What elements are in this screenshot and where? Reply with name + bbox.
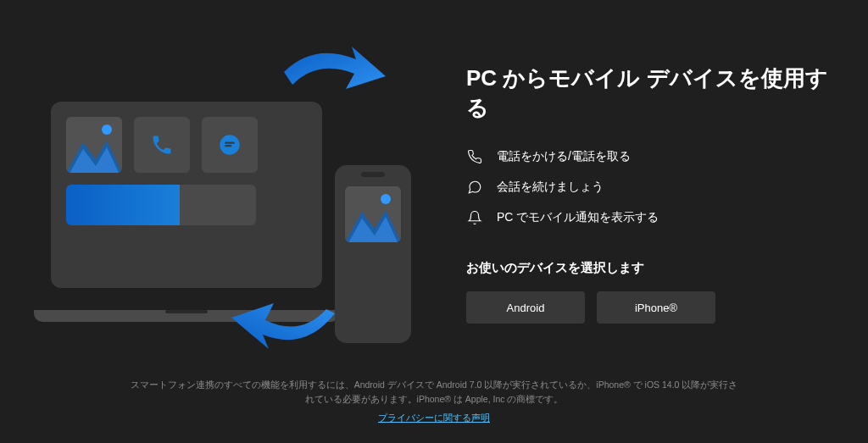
phone-graphic	[335, 165, 411, 343]
footer-requirements-text: スマートフォン連携のすべての機能を利用するには、Android デバイスで An…	[131, 379, 738, 404]
footer: スマートフォン連携のすべての機能を利用するには、Android デバイスで An…	[0, 378, 868, 426]
sync-arrow-bottom-icon	[225, 271, 343, 364]
feature-item-conversations: 会話を続けましょう	[466, 179, 834, 196]
svg-point-3	[102, 125, 112, 135]
sync-arrow-top-icon	[280, 38, 390, 114]
android-button[interactable]: Android	[466, 291, 585, 324]
chat-icon	[466, 179, 483, 196]
laptop-tile-phone-icon	[134, 117, 190, 173]
feature-label: 会話を続けましょう	[497, 180, 604, 195]
page-heading: PC からモバイル デバイスを使用する	[466, 64, 834, 123]
laptop-tile-progress	[66, 185, 256, 225]
device-select-heading: お使いのデバイスを選択します	[466, 260, 834, 276]
iphone-button[interactable]: iPhone®	[597, 291, 715, 324]
feature-label: PC でモバイル通知を表示する	[497, 210, 659, 225]
laptop-tile-chat-icon	[202, 117, 258, 173]
feature-item-calls: 電話をかける/電話を取る	[466, 148, 834, 165]
feature-list: 電話をかける/電話を取る 会話を続けましょう PC でモバイル通知を表示す	[466, 148, 834, 226]
privacy-link[interactable]: プライバシーに関する声明	[127, 411, 741, 426]
phone-icon	[466, 148, 483, 165]
svg-point-8	[381, 194, 391, 204]
laptop-tile-image	[66, 117, 122, 173]
bell-icon	[466, 209, 483, 226]
feature-label: 電話をかける/電話を取る	[497, 149, 631, 164]
phone-tile-image	[345, 186, 401, 242]
hero-illustration	[34, 42, 424, 347]
feature-item-notifications: PC でモバイル通知を表示する	[466, 209, 834, 226]
